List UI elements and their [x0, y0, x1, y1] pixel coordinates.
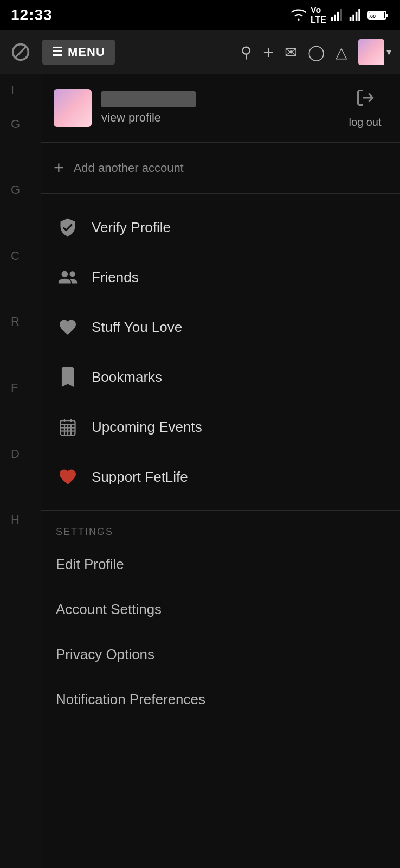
bg-side-letters: I G G C R F D H [11, 74, 20, 537]
avatar-dropdown[interactable]: ▾ [358, 39, 391, 65]
account-settings-button[interactable]: Account Settings [41, 587, 400, 632]
edit-profile-label: Edit Profile [56, 556, 124, 573]
support-fetlife-label: Support FetLife [92, 469, 188, 486]
messages-icon[interactable]: ✉ [285, 43, 297, 61]
top-nav: ☰ MENU ⚲ + ✉ ◯ △ ▾ [0, 30, 400, 74]
status-bar: 12:33 VoLTE 60 [0, 0, 400, 30]
view-profile-button[interactable]: ██████████ view profile [41, 74, 330, 142]
calendar-grid-icon [58, 417, 78, 437]
nav-avatar[interactable] [358, 39, 384, 65]
avatar-dropdown-arrow-icon: ▾ [386, 46, 391, 58]
battery-icon: 60 [367, 9, 389, 21]
signal1-icon [331, 9, 345, 21]
stuff-you-love-label: Stuff You Love [92, 319, 182, 336]
svg-rect-5 [352, 15, 354, 21]
svg-rect-9 [386, 14, 388, 17]
menu-section: Verify Profile Friends Stuff You Love [41, 194, 400, 510]
wifi-icon [291, 9, 306, 21]
menu-item-friends[interactable]: Friends [41, 252, 400, 302]
vo-lte-icon: VoLTE [311, 5, 326, 25]
calendar-icon [56, 415, 80, 439]
bookmark-filled-icon [60, 367, 76, 387]
heart-filled-icon [58, 317, 78, 337]
svg-rect-7 [358, 9, 360, 21]
privacy-options-button[interactable]: Privacy Options [41, 632, 400, 677]
support-heart-icon [58, 467, 78, 487]
menu-item-stuff-you-love[interactable]: Stuff You Love [41, 302, 400, 352]
verify-icon [56, 215, 80, 239]
add-icon[interactable]: + [263, 42, 274, 63]
add-account-label: Add another account [74, 161, 184, 175]
view-profile-label: view profile [101, 111, 196, 125]
menu-item-verify-profile[interactable]: Verify Profile [41, 202, 400, 252]
drawer-overlay: ██████████ view profile log out + Add an… [41, 74, 400, 868]
nav-avatar-image [358, 39, 384, 65]
notification-preferences-label: Notification Preferences [56, 691, 205, 708]
fetlife-logo-icon [11, 42, 30, 62]
search-icon[interactable]: ⚲ [241, 43, 252, 61]
svg-rect-4 [350, 17, 352, 21]
status-time: 12:33 [11, 7, 53, 24]
friends-label: Friends [92, 269, 139, 286]
verify-badge-icon [58, 218, 78, 237]
notifications-icon[interactable]: △ [336, 43, 347, 61]
account-settings-label: Account Settings [56, 601, 162, 618]
bookmarks-label: Bookmarks [92, 369, 162, 386]
friends-icon [56, 265, 80, 289]
signal2-icon [349, 9, 363, 21]
svg-rect-0 [331, 17, 333, 21]
profile-icon[interactable]: ◯ [308, 43, 325, 61]
privacy-options-label: Privacy Options [56, 646, 154, 663]
nav-icons: ⚲ + ✉ ◯ △ ▾ [241, 39, 391, 65]
bookmark-icon [56, 365, 80, 389]
app-logo[interactable] [9, 40, 33, 64]
add-account-button[interactable]: + Add another account [41, 143, 400, 194]
user-avatar [54, 89, 92, 127]
profile-username: ██████████ [101, 91, 196, 107]
friends-group-icon [57, 267, 79, 287]
user-avatar-image [54, 89, 92, 127]
notification-preferences-button[interactable]: Notification Preferences [41, 677, 400, 722]
add-account-icon: + [54, 158, 64, 178]
logout-button[interactable]: log out [330, 74, 400, 142]
menu-item-bookmarks[interactable]: Bookmarks [41, 352, 400, 402]
svg-point-14 [70, 271, 75, 277]
svg-rect-6 [356, 12, 358, 21]
logout-icon [356, 88, 375, 112]
svg-point-13 [62, 271, 68, 277]
profile-info: ██████████ view profile [101, 91, 196, 125]
svg-rect-3 [340, 9, 342, 21]
support-icon [56, 465, 80, 489]
upcoming-events-label: Upcoming Events [92, 419, 202, 436]
menu-item-support[interactable]: Support FetLife [41, 452, 400, 502]
menu-button[interactable]: ☰ MENU [42, 40, 115, 65]
settings-heading: SETTINGS [41, 520, 400, 542]
verify-profile-label: Verify Profile [92, 219, 171, 236]
svg-rect-1 [334, 15, 336, 21]
heart-icon [56, 315, 80, 339]
settings-section: SETTINGS Edit Profile Account Settings P… [41, 510, 400, 731]
logout-label: log out [349, 116, 381, 129]
logout-arrow-icon [356, 88, 375, 107]
menu-label: MENU [68, 45, 105, 59]
menu-item-upcoming-events[interactable]: Upcoming Events [41, 402, 400, 452]
profile-section: ██████████ view profile log out [41, 74, 400, 143]
menu-hamburger-icon: ☰ [52, 45, 63, 59]
edit-profile-button[interactable]: Edit Profile [41, 542, 400, 587]
status-icons: VoLTE 60 [291, 5, 389, 25]
svg-text:60: 60 [370, 14, 376, 19]
svg-rect-2 [337, 12, 339, 21]
